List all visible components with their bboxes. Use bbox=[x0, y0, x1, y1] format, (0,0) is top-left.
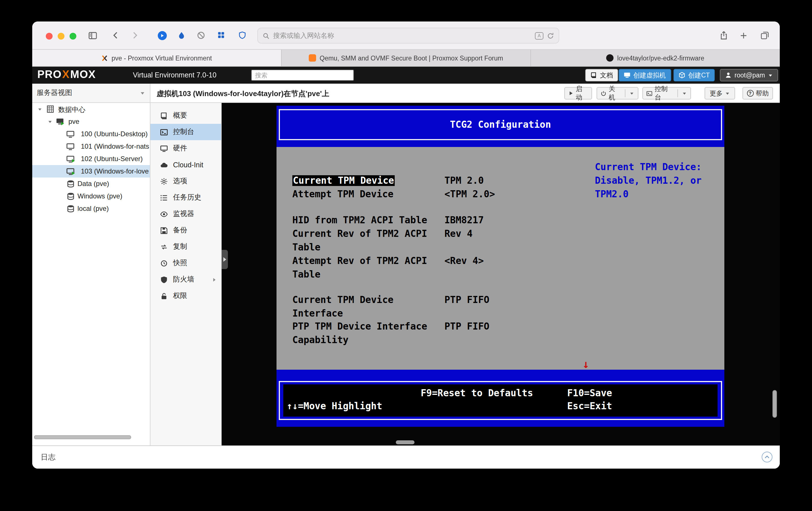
tree-item-label: pve bbox=[68, 118, 80, 125]
menu-item-backup[interactable]: 备份 bbox=[150, 222, 221, 239]
menu-item-task-history[interactable]: 任务历史 bbox=[150, 189, 221, 206]
create-vm-button[interactable]: 创建虚拟机 bbox=[619, 69, 671, 81]
minimize-window-button[interactable] bbox=[58, 33, 64, 39]
chevron-down-icon bbox=[768, 72, 773, 78]
log-expand-button[interactable] bbox=[762, 452, 773, 462]
menu-item-console-selected[interactable]: 控制台 bbox=[150, 124, 221, 140]
hint-reset: F9=Reset to Defaults bbox=[421, 388, 533, 398]
forward-icon[interactable] bbox=[130, 31, 139, 39]
console-button[interactable]: 控制台 bbox=[642, 87, 691, 99]
book-icon bbox=[160, 112, 168, 120]
play-extension-icon[interactable] bbox=[158, 31, 167, 40]
power-icon bbox=[601, 90, 606, 96]
tree-item-datacenter[interactable]: 数据中心 bbox=[32, 103, 150, 115]
tree-item-node-pve[interactable]: pve bbox=[32, 115, 150, 128]
bios-row-current-interface: Current TPM Device Interface PTP FIFO bbox=[292, 293, 714, 320]
tree-item-vm-100[interactable]: 100 (Ubuntu-Desktop) bbox=[32, 128, 150, 140]
close-window-button[interactable] bbox=[46, 33, 53, 39]
tab-label: pve - Proxmox Virtual Environment bbox=[112, 55, 212, 61]
log-panel-title: 日志 bbox=[41, 452, 55, 462]
more-button[interactable]: 更多 bbox=[704, 87, 735, 99]
bios-title: TCG2 Configuration bbox=[450, 119, 551, 130]
blocker-extension-icon[interactable] bbox=[197, 31, 205, 39]
tab-label: Qemu, SMM and OVMF Secure Boot | Proxmox… bbox=[320, 55, 503, 61]
menu-item-cloud-init[interactable]: Cloud-Init bbox=[150, 157, 221, 173]
tab-bar: pve - Proxmox Virtual Environment Qemu, … bbox=[32, 50, 780, 67]
floppy-icon bbox=[160, 227, 168, 234]
chevron-down-icon bbox=[682, 91, 687, 96]
bios-title-box: TCG2 Configuration bbox=[279, 109, 722, 140]
menu-item-replication[interactable]: 复制 bbox=[150, 239, 221, 255]
tree-item-storage-data[interactable]: Data (pve) bbox=[32, 178, 150, 190]
subheader: 服务器视图 虚拟机103 (Windows-for-love4taylor)在节… bbox=[32, 84, 780, 103]
tree-item-vm-101[interactable]: 101 (Windows-for-nats bbox=[32, 140, 150, 153]
tab-forum[interactable]: Qemu, SMM and OVMF Secure Boot | Proxmox… bbox=[282, 50, 531, 66]
reload-icon[interactable] bbox=[547, 32, 554, 39]
cube-icon bbox=[678, 72, 685, 79]
tree-item-storage-windows[interactable]: Windows (pve) bbox=[32, 190, 150, 202]
sidebar-toggle-icon[interactable] bbox=[88, 31, 97, 40]
storage-icon bbox=[67, 192, 75, 200]
grid-extension-icon[interactable] bbox=[217, 31, 225, 39]
vnc-console[interactable]: TCG2 Configuration Current TPM Device TP… bbox=[222, 103, 780, 445]
vm-menu: 概要 控制台 硬件 Cloud-Init 选项 bbox=[150, 103, 222, 445]
hint-move-highlight: ↑↓=Move Highlight bbox=[287, 401, 382, 412]
proxmox-favicon bbox=[102, 55, 108, 61]
back-icon[interactable] bbox=[111, 31, 120, 39]
bios-help-text: Current TPM Device: Disable, TPM1.2, or … bbox=[595, 160, 724, 201]
share-icon[interactable] bbox=[719, 31, 728, 40]
create-ct-button[interactable]: 创建CT bbox=[673, 69, 715, 81]
documentation-button[interactable]: 文档 bbox=[585, 69, 618, 81]
user-menu-button[interactable]: root@pam bbox=[720, 69, 778, 81]
storage-icon bbox=[67, 205, 75, 213]
help-button[interactable]: ? 帮助 bbox=[743, 87, 773, 99]
tab-pve[interactable]: pve - Proxmox Virtual Environment bbox=[32, 50, 282, 66]
tab-github[interactable]: love4taylor/pve-edk2-firmware bbox=[531, 50, 780, 66]
terminal-icon bbox=[160, 128, 168, 136]
translate-icon[interactable]: A bbox=[535, 32, 543, 39]
tree-item-storage-local[interactable]: local (pve) bbox=[32, 202, 150, 215]
tree-item-vm-103-selected[interactable]: 103 (Windows-for-love bbox=[32, 165, 150, 178]
tree-horizontal-scrollbar[interactable] bbox=[34, 435, 131, 439]
pve-version: Virtual Environment 7.0-10 bbox=[133, 71, 216, 79]
menu-item-snapshots[interactable]: 快照 bbox=[150, 255, 221, 271]
droplet-extension-icon[interactable] bbox=[178, 31, 185, 39]
server-view-selector[interactable]: 服务器视图 bbox=[32, 84, 150, 102]
start-button[interactable]: 启动 bbox=[564, 87, 592, 99]
tab-overview-icon[interactable] bbox=[760, 31, 769, 39]
github-favicon bbox=[606, 54, 614, 62]
scroll-down-arrow: ↓ bbox=[582, 357, 589, 371]
log-panel[interactable]: 日志 bbox=[32, 445, 780, 469]
address-bar[interactable]: A bbox=[257, 28, 559, 43]
user-icon bbox=[725, 72, 732, 79]
menu-item-summary[interactable]: 概要 bbox=[150, 108, 221, 124]
datacenter-icon bbox=[47, 105, 54, 113]
gear-icon bbox=[160, 177, 168, 185]
shutdown-button[interactable]: 关机 bbox=[597, 87, 638, 99]
caret-down-icon[interactable] bbox=[48, 119, 53, 124]
menu-item-firewall[interactable]: 防火墙 bbox=[150, 271, 221, 288]
menu-item-monitor[interactable]: 监视器 bbox=[150, 206, 221, 222]
address-input[interactable] bbox=[273, 32, 531, 39]
caret-down-icon[interactable] bbox=[37, 107, 42, 112]
panel-expand-handle[interactable] bbox=[222, 250, 228, 269]
main-area: 数据中心 pve 100 (Ubuntu-Desktop) 101 (Windo… bbox=[32, 103, 780, 445]
chevron-up-icon bbox=[764, 454, 770, 460]
forum-favicon bbox=[309, 54, 316, 62]
pve-header: PROXMOX Virtual Environment 7.0-10 文档 创建… bbox=[32, 67, 780, 84]
console-horizontal-scrollbar[interactable] bbox=[396, 440, 414, 444]
vm-icon bbox=[66, 130, 75, 139]
new-tab-icon[interactable] bbox=[740, 32, 748, 39]
menu-item-hardware[interactable]: 硬件 bbox=[150, 140, 221, 157]
shield-extension-icon[interactable] bbox=[238, 31, 246, 39]
menu-item-options[interactable]: 选项 bbox=[150, 173, 221, 189]
console-vertical-scrollbar[interactable] bbox=[773, 390, 777, 418]
bios-screen: TCG2 Configuration Current TPM Device TP… bbox=[277, 106, 724, 427]
zoom-window-button[interactable] bbox=[69, 33, 76, 39]
tree-item-vm-102[interactable]: 102 (Ubuntu-Server) bbox=[32, 153, 150, 165]
bios-body: Current TPM Device TPM 2.0 Attempt TPM D… bbox=[277, 147, 724, 370]
chevron-down-icon bbox=[140, 90, 145, 96]
pve-search-input[interactable] bbox=[251, 69, 354, 81]
tree-item-label: 101 (Windows-for-nats bbox=[81, 143, 149, 150]
menu-item-permissions[interactable]: 权限 bbox=[150, 288, 221, 304]
